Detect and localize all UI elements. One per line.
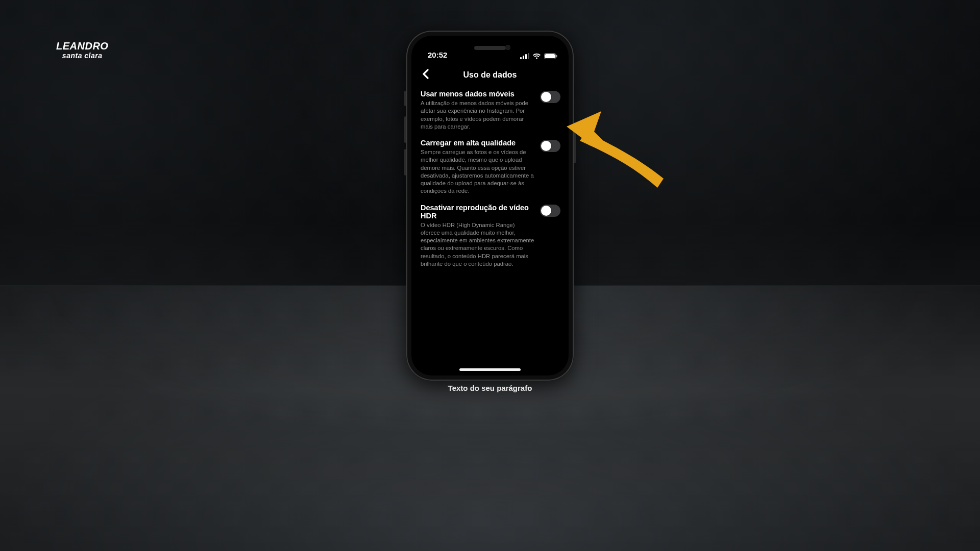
toggle-use-less-data[interactable] bbox=[540, 91, 560, 103]
svg-rect-1 bbox=[523, 56, 524, 59]
setting-title: Desativar reprodução de vídeo HDR bbox=[421, 204, 535, 220]
status-indicators bbox=[520, 53, 557, 59]
phone-volume-down-button bbox=[404, 149, 406, 176]
setting-description: A utilização de menos dados móveis pode … bbox=[421, 99, 535, 131]
nav-header: Uso de dados bbox=[412, 64, 568, 86]
slide-caption: Texto do seu parágrafo bbox=[448, 384, 532, 392]
status-time: 20:52 bbox=[428, 51, 447, 59]
setting-disable-hdr-playback: Desativar reprodução de vídeo HDR O víde… bbox=[421, 201, 564, 273]
phone-volume-up-button bbox=[404, 116, 406, 143]
phone-power-button bbox=[574, 122, 576, 163]
svg-rect-2 bbox=[525, 54, 527, 59]
settings-list: Usar menos dados móveis A utilização de … bbox=[421, 87, 564, 273]
home-indicator[interactable] bbox=[459, 368, 521, 371]
chevron-left-icon bbox=[422, 69, 429, 81]
setting-description: Sempre carregue as fotos e os vídeos de … bbox=[421, 148, 535, 195]
svg-rect-6 bbox=[556, 55, 557, 58]
battery-icon bbox=[544, 53, 557, 59]
cellular-signal-icon bbox=[520, 53, 529, 59]
svg-rect-0 bbox=[520, 57, 522, 59]
setting-title: Usar menos dados móveis bbox=[421, 90, 535, 98]
setting-title: Carregar em alta qualidade bbox=[421, 139, 535, 147]
phone-mockup: 20:52 bbox=[406, 31, 574, 381]
page-title: Uso de dados bbox=[463, 70, 517, 80]
stage-background: LEANDRO santa clara 20:52 bbox=[0, 0, 980, 551]
phone-mute-switch bbox=[404, 91, 406, 106]
back-button[interactable] bbox=[418, 67, 434, 83]
svg-rect-5 bbox=[545, 54, 555, 58]
brand-line-1: LEANDRO bbox=[56, 41, 108, 51]
toggle-knob bbox=[541, 92, 551, 102]
brand-line-2: santa clara bbox=[56, 52, 108, 59]
status-bar: 20:52 bbox=[412, 37, 568, 61]
svg-rect-3 bbox=[528, 53, 529, 59]
setting-use-less-data: Usar menos dados móveis A utilização de … bbox=[421, 87, 564, 136]
toggle-disable-hdr-playback[interactable] bbox=[540, 205, 560, 217]
setting-high-quality-upload: Carregar em alta qualidade Sempre carreg… bbox=[421, 136, 564, 201]
setting-description: O vídeo HDR (High Dynamic Range) oferece… bbox=[421, 221, 535, 268]
brand-logo: LEANDRO santa clara bbox=[56, 41, 108, 59]
toggle-high-quality-upload[interactable] bbox=[540, 140, 560, 152]
attention-arrow-icon bbox=[561, 102, 674, 194]
toggle-knob bbox=[541, 141, 551, 151]
toggle-knob bbox=[541, 206, 551, 216]
wifi-icon bbox=[532, 53, 541, 59]
phone-screen: 20:52 bbox=[412, 37, 568, 374]
